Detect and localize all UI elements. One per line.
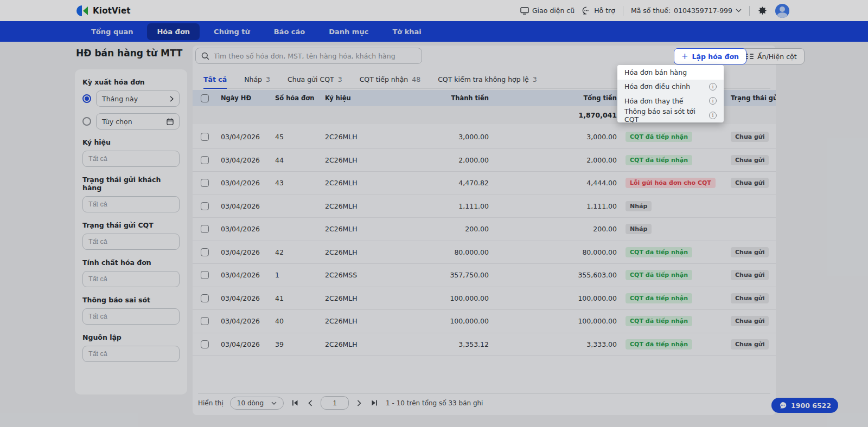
info-icon: i (709, 97, 717, 105)
tab-label: Nháp (244, 75, 262, 83)
table-row[interactable]: 03/04/2026 40 2C26MLH 100,000.00 100,000… (193, 310, 776, 333)
cell-total: 355,603.00 (493, 271, 621, 279)
row-checkbox[interactable] (201, 294, 209, 302)
table-row[interactable]: 03/04/2026 41 2C26MLH 100,000.00 100,000… (193, 287, 776, 310)
tab-cqt-khong-hop-le[interactable]: CQT kiểm tra không hợp lệ 3 (438, 75, 537, 88)
row-checkbox[interactable] (201, 317, 209, 325)
filter-input-tinh-chat[interactable] (82, 271, 180, 287)
table-row[interactable]: 03/04/2026 2C26MLH 1,111.00 1,111.00 Nhá… (193, 195, 776, 218)
summary-total: 1,870,041 (493, 111, 621, 119)
filter-input-ky-hieu[interactable] (82, 151, 180, 167)
next-page-button[interactable] (357, 400, 361, 406)
col-so-hoa-don: Số hóa đơn (271, 94, 321, 102)
cell-symbol: 2C26MLH (321, 156, 406, 164)
cell-symbol: 2C26MLH (321, 248, 406, 256)
col-trang-thai-kh: Trạng thái gửi KH (726, 94, 776, 102)
cell-total: 1,111.00 (493, 202, 621, 210)
row-checkbox[interactable] (201, 133, 209, 141)
nav-danh-muc[interactable]: Danh mục (319, 23, 378, 40)
search-input[interactable] (214, 52, 416, 60)
cell-total: 4,444.00 (493, 179, 621, 187)
tab-count: 3 (533, 75, 537, 83)
settings-button[interactable] (757, 5, 768, 16)
period-this-month-field[interactable]: Tháng này (96, 90, 180, 107)
filter-input-nguon-lap[interactable] (82, 346, 180, 362)
cell-date: 03/04/2026 (216, 225, 271, 233)
hotline-number: 1900 6522 (791, 402, 831, 410)
period-this-month-label: Tháng này (102, 95, 170, 103)
period-this-month-radio[interactable] (82, 94, 91, 103)
page-title: HĐ bán hàng từ MTT (76, 48, 182, 59)
tab-count: 3 (338, 75, 342, 83)
cell-number: 43 (271, 179, 321, 187)
nav-chung-tu[interactable]: Chứng từ (204, 23, 260, 40)
filter-input-trang-thai-cqt[interactable] (82, 234, 180, 250)
hotline-chat-button[interactable]: 1900 6522 (771, 398, 838, 413)
nav-to-khai[interactable]: Tờ khai (382, 23, 431, 40)
toggle-columns-button[interactable]: Ẩn/Hiện cột (737, 48, 805, 64)
tab-tat-ca[interactable]: Tất cả (203, 75, 227, 88)
filter-label-thong-bao: Thông báo sai sót (82, 296, 180, 304)
filter-input-trang-thai-kh[interactable] (82, 196, 180, 212)
cqt-status-badge: CQT đã tiếp nhận (626, 155, 692, 165)
tab-chua-gui-cqt[interactable]: Chưa gửi CQT 3 (288, 75, 342, 88)
toggle-columns-label: Ẩn/Hiện cột (757, 53, 797, 61)
create-invoice-button[interactable]: + Lập hóa đơn (674, 48, 746, 64)
tab-cqt-tiep-nhan[interactable]: CQT tiếp nhận 48 (360, 75, 420, 88)
support-link[interactable]: Hỗ trợ (582, 7, 615, 15)
kiotviet-logo[interactable]: KiotViet (76, 4, 131, 17)
table-row[interactable]: 03/04/2026 45 2C26MLH 3,000.00 3,000.00 … (193, 126, 776, 149)
main-nav: Tổng quan Hóa đơn Chứng từ Báo cáo Danh … (0, 21, 868, 42)
table-row[interactable]: 03/04/2026 39 2C26MLH 3,353.12 3,333.00 … (193, 333, 776, 357)
last-page-button[interactable] (371, 400, 378, 406)
filter-input-thong-bao[interactable] (82, 308, 180, 325)
cell-number: 44 (271, 156, 321, 164)
row-checkbox[interactable] (201, 340, 209, 348)
cqt-status-badge: Nháp (626, 201, 652, 211)
row-checkbox[interactable] (201, 156, 209, 164)
tab-nhap[interactable]: Nháp 3 (244, 75, 270, 88)
menu-item-hoa-don-ban-hang[interactable]: Hóa đơn bán hàng (617, 65, 724, 80)
page-size-select[interactable]: 10 dòng (230, 397, 284, 410)
tax-code-selector[interactable]: Mã số thuế: 0104359717-999 (631, 7, 742, 15)
table-row[interactable]: 03/04/2026 42 2C26MLH 80,000.00 80,000.0… (193, 241, 776, 264)
user-avatar[interactable] (775, 4, 789, 18)
cell-amount: 80,000.00 (406, 248, 493, 256)
cqt-status-badge: Nháp (626, 224, 652, 234)
period-custom-field[interactable]: Tùy chọn (96, 113, 180, 130)
chevron-right-icon (170, 96, 174, 102)
page-number-input[interactable] (321, 396, 349, 410)
old-ui-link[interactable]: Giao diện cũ (520, 7, 575, 15)
row-checkbox[interactable] (201, 248, 209, 256)
topbar-divider (623, 6, 623, 16)
cqt-status-badge: CQT đã tiếp nhận (626, 132, 692, 142)
cqt-status-badge: CQT đã tiếp nhận (626, 339, 692, 350)
first-page-button[interactable] (292, 400, 298, 406)
row-checkbox[interactable] (201, 271, 209, 279)
tab-label: CQT kiểm tra không hợp lệ (438, 75, 529, 83)
table-row[interactable]: 03/04/2026 2C26MLH 200.00 200.00 Nháp (193, 218, 776, 241)
row-checkbox[interactable] (201, 179, 209, 187)
nav-hoa-don[interactable]: Hóa đơn (147, 23, 200, 40)
table-row[interactable]: 03/04/2026 43 2C26MLH 4,470.82 4,444.00 … (193, 172, 776, 195)
search-box[interactable] (195, 48, 422, 64)
row-checkbox[interactable] (201, 202, 209, 210)
menu-item-thong-bao-sai-sot[interactable]: Thông báo sai sót tới CQT i (617, 108, 724, 123)
cell-total: 100,000.00 (493, 317, 621, 325)
row-checkbox[interactable] (201, 225, 209, 233)
menu-item-hoa-don-thay-the[interactable]: Hóa đơn thay thế i (617, 94, 724, 108)
period-custom-radio[interactable] (82, 117, 91, 126)
cell-date: 03/04/2026 (216, 179, 271, 187)
nav-bao-cao[interactable]: Báo cáo (264, 23, 315, 40)
cell-symbol: 2C26MLH (321, 179, 406, 187)
cell-number: 40 (271, 317, 321, 325)
nav-tong-quan[interactable]: Tổng quan (81, 23, 143, 40)
info-icon: i (709, 83, 717, 90)
prev-page-button[interactable] (308, 400, 312, 406)
table-row[interactable]: 03/04/2026 1 2C26MSS 357,750.00 355,603.… (193, 264, 776, 287)
tab-label: Tất cả (203, 75, 227, 83)
create-invoice-menu: Hóa đơn bán hàng Hóa đơn điều chỉnh i Hó… (617, 65, 724, 122)
table-row[interactable]: 03/04/2026 44 2C26MLH 2,000.00 2,000.00 … (193, 149, 776, 172)
menu-item-hoa-don-dieu-chinh[interactable]: Hóa đơn điều chỉnh i (617, 80, 724, 94)
select-all-checkbox[interactable] (201, 94, 209, 102)
